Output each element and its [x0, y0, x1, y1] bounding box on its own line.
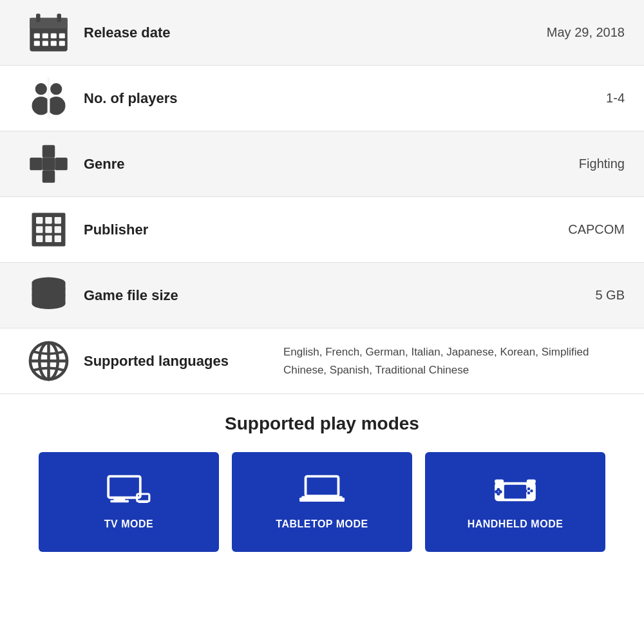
svg-point-63 [527, 488, 530, 490]
svg-rect-50 [301, 496, 343, 502]
filesize-label: Game file size [77, 287, 483, 304]
svg-rect-32 [54, 236, 61, 242]
svg-rect-5 [33, 33, 39, 39]
play-modes-grid: TV MODE TABLETOP MODE HANDHELD MODE [13, 452, 631, 552]
svg-rect-10 [42, 41, 48, 46]
filesize-value: 5 GB [483, 288, 625, 303]
svg-rect-49 [306, 477, 339, 497]
info-row-release-date: Release dateMay 29, 2018 [0, 0, 644, 66]
info-row-genre: GenreFighting [0, 131, 644, 197]
svg-point-65 [527, 491, 530, 494]
svg-rect-8 [59, 33, 64, 39]
languages-label: Supported languages [77, 353, 283, 370]
svg-rect-51 [299, 498, 307, 502]
svg-point-61 [495, 490, 498, 493]
svg-rect-12 [59, 41, 64, 46]
svg-rect-4 [57, 14, 61, 22]
svg-rect-3 [36, 14, 41, 22]
svg-rect-9 [33, 41, 39, 46]
players-value: 1-4 [483, 91, 625, 106]
play-modes-section: Supported play modes TV MODE TABLETOP MO… [0, 394, 644, 565]
svg-rect-18 [42, 145, 55, 158]
languages-icon [19, 340, 77, 382]
play-mode-tv[interactable]: TV MODE [39, 452, 219, 552]
svg-rect-6 [42, 33, 48, 39]
svg-point-53 [301, 499, 303, 501]
svg-rect-58 [504, 485, 526, 499]
play-mode-tabletop-label: TABLETOP MODE [276, 518, 368, 530]
svg-point-55 [339, 499, 341, 501]
players-icon [19, 77, 77, 119]
info-row-players: No. of players1-4 [0, 66, 644, 131]
genre-label: Genre [77, 156, 483, 173]
svg-rect-24 [36, 217, 43, 223]
svg-rect-68 [527, 479, 536, 483]
svg-rect-26 [54, 217, 61, 223]
svg-rect-45 [113, 498, 125, 500]
svg-point-62 [499, 490, 502, 493]
info-row-languages: Supported languagesEnglish, French, Germ… [0, 328, 644, 394]
svg-point-64 [530, 489, 533, 492]
svg-point-54 [303, 499, 305, 501]
calendar-icon [19, 12, 77, 53]
svg-rect-27 [36, 226, 43, 232]
play-mode-handheld[interactable]: HANDHELD MODE [425, 452, 605, 552]
svg-rect-29 [54, 226, 61, 232]
svg-rect-30 [36, 236, 43, 242]
play-mode-tv-label: TV MODE [104, 518, 153, 530]
svg-point-15 [50, 83, 62, 95]
svg-rect-17 [47, 77, 50, 119]
info-row-publisher: PublisherCAPCOM [0, 197, 644, 263]
svg-rect-2 [30, 24, 68, 29]
info-row-filesize: Game file size5 GB [0, 263, 644, 328]
filesize-icon [19, 274, 77, 316]
handheld-mode-icon [493, 474, 538, 512]
svg-point-13 [35, 83, 46, 95]
svg-rect-25 [45, 217, 52, 223]
svg-point-39 [32, 298, 65, 309]
svg-rect-11 [50, 41, 56, 46]
svg-point-66 [524, 489, 527, 492]
svg-rect-31 [45, 236, 52, 242]
svg-rect-28 [45, 226, 52, 232]
svg-rect-44 [108, 477, 140, 498]
tabletop-mode-icon [299, 474, 345, 512]
release-date-label: Release date [77, 24, 483, 41]
genre-icon [19, 143, 77, 185]
publisher-label: Publisher [77, 222, 483, 238]
svg-rect-46 [110, 500, 129, 503]
svg-rect-52 [337, 498, 345, 502]
publisher-icon [19, 209, 77, 251]
genre-value: Fighting [483, 156, 625, 171]
svg-rect-19 [42, 170, 55, 183]
play-modes-title: Supported play modes [13, 413, 631, 434]
languages-value: English, French, German, Italian, Japane… [283, 343, 625, 378]
play-mode-tabletop[interactable]: TABLETOP MODE [232, 452, 412, 552]
svg-rect-7 [50, 33, 56, 39]
release-date-value: May 29, 2018 [483, 25, 625, 40]
players-label: No. of players [77, 90, 483, 107]
play-mode-handheld-label: HANDHELD MODE [468, 518, 564, 530]
svg-rect-22 [42, 158, 55, 171]
svg-point-56 [341, 499, 343, 501]
svg-rect-48 [138, 501, 148, 503]
publisher-value: CAPCOM [483, 222, 625, 237]
svg-rect-67 [495, 479, 504, 483]
svg-rect-20 [30, 158, 43, 171]
svg-rect-21 [55, 158, 68, 171]
tv-mode-icon [106, 474, 151, 512]
